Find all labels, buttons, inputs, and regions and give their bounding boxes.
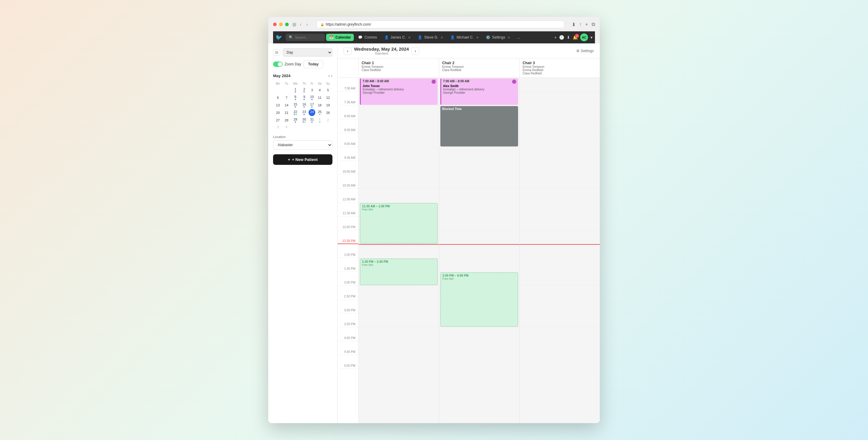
- tab-settings[interactable]: ⚙️ Settings ✕: [483, 34, 513, 41]
- mini-cal-day[interactable]: 22: [291, 109, 300, 116]
- mini-cal-day[interactable]: 20: [274, 109, 282, 116]
- appointment-block[interactable]: 7:00 AM – 8:00 AMJohn TrevorInvisalign –…: [360, 78, 438, 105]
- time-slot[interactable]: [520, 313, 600, 327]
- download-btn[interactable]: ⬇: [572, 22, 576, 27]
- mini-cal-day[interactable]: 27: [274, 117, 282, 124]
- maximize-dot[interactable]: [285, 23, 289, 26]
- search-box[interactable]: 🔍 Search...: [286, 34, 325, 41]
- appointment-block[interactable]: 1:30 PM – 2:30 PMFree Slot: [360, 258, 438, 285]
- notification-btn[interactable]: 🔔 3: [572, 35, 578, 40]
- time-slot[interactable]: [520, 341, 600, 355]
- mini-cal-day[interactable]: 3: [274, 124, 282, 130]
- time-slot[interactable]: [439, 327, 519, 341]
- back-btn[interactable]: ‹: [299, 21, 303, 28]
- minimize-dot[interactable]: [279, 23, 283, 26]
- mini-cal-day[interactable]: 31: [309, 117, 315, 124]
- time-slot[interactable]: [359, 147, 439, 161]
- time-slot[interactable]: [439, 216, 519, 230]
- time-slot[interactable]: [439, 189, 519, 202]
- time-slot[interactable]: [520, 355, 600, 369]
- mini-cal-day[interactable]: 5: [324, 87, 332, 93]
- share-btn[interactable]: ↑: [579, 22, 582, 27]
- appointment-block[interactable]: 2:00 PM – 6:00 PMFree Slot: [440, 273, 518, 327]
- time-slot[interactable]: [439, 175, 519, 189]
- time-slot[interactable]: [359, 161, 439, 175]
- mini-cal-day[interactable]: 25: [316, 109, 323, 116]
- time-slot[interactable]: [359, 355, 439, 369]
- mini-cal-day[interactable]: 8: [291, 94, 300, 101]
- time-slot[interactable]: [520, 202, 600, 216]
- time-slot[interactable]: [520, 272, 600, 286]
- mini-cal-day[interactable]: 7: [283, 94, 290, 101]
- time-slot[interactable]: [520, 78, 600, 92]
- tab-more[interactable]: ...: [514, 34, 523, 41]
- time-slot[interactable]: [359, 175, 439, 189]
- time-slot[interactable]: [520, 258, 600, 272]
- time-slot[interactable]: [439, 355, 519, 369]
- zoom-toggle-switch[interactable]: [273, 61, 283, 67]
- tab-close-michael[interactable]: ✕: [476, 36, 478, 39]
- time-slot[interactable]: [359, 300, 439, 313]
- time-slot[interactable]: [359, 133, 439, 147]
- time-slot[interactable]: [439, 341, 519, 355]
- mini-cal-day[interactable]: [274, 87, 282, 93]
- time-slot[interactable]: [439, 161, 519, 175]
- new-tab-btn[interactable]: +: [585, 22, 588, 27]
- time-slot[interactable]: [359, 244, 439, 258]
- mini-cal-day[interactable]: 12: [324, 94, 332, 101]
- time-slot[interactable]: [520, 161, 600, 175]
- tab-michael[interactable]: 👤 Michael C. ✕: [447, 34, 482, 41]
- time-slot[interactable]: [520, 189, 600, 202]
- mini-cal-day[interactable]: 6: [274, 94, 282, 101]
- mini-cal-day[interactable]: 19: [324, 101, 332, 108]
- time-slot[interactable]: [520, 175, 600, 189]
- tab-calendar[interactable]: 📅 Calendar: [326, 34, 354, 41]
- time-slot[interactable]: [439, 258, 519, 272]
- mini-cal-day[interactable]: 1: [291, 87, 300, 93]
- time-slot[interactable]: [520, 327, 600, 341]
- mini-cal-day[interactable]: 21: [283, 109, 290, 116]
- mini-cal-day[interactable]: [291, 124, 300, 130]
- mini-cal-day[interactable]: 3: [309, 87, 315, 93]
- mini-cal-day[interactable]: 2: [301, 87, 308, 93]
- download2-btn[interactable]: ⬇: [567, 35, 570, 40]
- mini-cal-day[interactable]: 14: [283, 101, 290, 108]
- sidebar-toggle-btn[interactable]: ⊞: [292, 22, 296, 27]
- mini-cal-day[interactable]: [283, 87, 290, 93]
- mini-cal-day[interactable]: 15: [291, 101, 300, 108]
- mini-cal-day[interactable]: 24: [309, 109, 315, 116]
- time-slot[interactable]: [520, 119, 600, 133]
- time-slot[interactable]: [359, 341, 439, 355]
- mini-cal-day[interactable]: 16: [301, 101, 308, 108]
- mini-cal-day[interactable]: 30: [301, 117, 308, 124]
- mini-cal-day[interactable]: [309, 124, 315, 130]
- mini-cal-day[interactable]: 17: [309, 101, 315, 108]
- mini-cal-day[interactable]: 4: [316, 87, 323, 93]
- time-slot[interactable]: [520, 244, 600, 258]
- menu-chevron[interactable]: ▾: [590, 35, 592, 40]
- time-slot[interactable]: [520, 230, 600, 244]
- appointment-block[interactable]: 7:00 AM – 8:00 AMAlex SmithInvisalign – …: [440, 78, 518, 105]
- time-slot[interactable]: [520, 216, 600, 230]
- time-slot[interactable]: [520, 286, 600, 300]
- mini-cal-day[interactable]: 29: [291, 117, 300, 124]
- time-slot[interactable]: [359, 327, 439, 341]
- appointment-block[interactable]: Blocked Time: [440, 106, 518, 147]
- time-slot[interactable]: [439, 244, 519, 258]
- new-patient-btn[interactable]: + + New Patient: [273, 154, 333, 165]
- mini-cal-day[interactable]: 11: [316, 94, 323, 101]
- mini-cal-next[interactable]: ›: [331, 73, 333, 78]
- time-slot[interactable]: [439, 230, 519, 244]
- mini-cal-day[interactable]: 26: [324, 109, 332, 116]
- mini-cal-day[interactable]: 18: [316, 101, 323, 108]
- time-slot[interactable]: [359, 119, 439, 133]
- cal-prev-btn[interactable]: ‹: [344, 47, 352, 55]
- tab-close-steve[interactable]: ✕: [441, 36, 443, 39]
- calendar-grid[interactable]: 7:00 AM7:30 AM8:00 AM8:30 AM9:00 AM9:30 …: [338, 78, 600, 423]
- time-slot[interactable]: [520, 133, 600, 147]
- time-slot[interactable]: [359, 286, 439, 300]
- time-slot[interactable]: [439, 202, 519, 216]
- add-tab-btn[interactable]: +: [554, 35, 557, 40]
- mini-cal-day[interactable]: 9: [301, 94, 308, 101]
- tab-steve[interactable]: 👤 Steve G. ✕: [415, 34, 446, 41]
